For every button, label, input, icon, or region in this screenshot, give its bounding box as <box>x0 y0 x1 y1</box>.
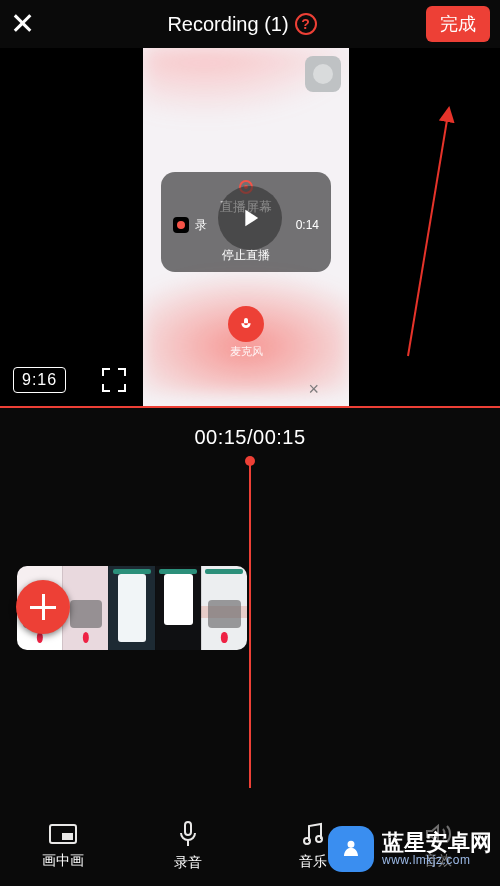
tool-label: 画中画 <box>42 852 84 870</box>
tool-label: 音乐 <box>299 853 327 871</box>
preview-area: 直播屏幕 录 0:14 停止直播 麦克风 × 9:16 <box>0 48 500 406</box>
clip-thumbnail[interactable] <box>108 566 154 650</box>
mic-label: 麦克风 <box>143 344 349 359</box>
play-button[interactable] <box>218 186 282 250</box>
svg-point-5 <box>304 838 310 844</box>
tool-music[interactable]: 音乐 <box>250 806 375 886</box>
timeline[interactable] <box>0 458 500 788</box>
svg-point-6 <box>316 836 322 842</box>
tool-pip[interactable]: 画中画 <box>0 806 125 886</box>
clip-thumbnail[interactable] <box>155 566 201 650</box>
sound-icon <box>424 822 452 846</box>
clip-thumbnail[interactable] <box>201 566 247 650</box>
recording-duration: 0:14 <box>296 218 319 232</box>
time-display: 00:15/00:15 <box>0 426 500 449</box>
close-button[interactable]: ✕ <box>10 0 58 48</box>
tool-record-audio[interactable]: 录音 <box>125 806 250 886</box>
pip-icon <box>48 822 78 846</box>
mic-icon <box>228 306 264 342</box>
recorder-app-icon <box>173 217 189 233</box>
aspect-ratio-button[interactable]: 9:16 <box>13 367 66 393</box>
bottom-toolbar: 画中画 录音 音乐 音效 <box>0 806 500 886</box>
content-close-icon: × <box>308 379 319 400</box>
tool-sound-effects[interactable]: 音效 <box>375 806 500 886</box>
corner-widget-icon <box>305 56 341 92</box>
svg-rect-2 <box>62 833 73 840</box>
playhead[interactable] <box>249 458 251 788</box>
recorder-app-name: 录 <box>195 217 207 234</box>
tool-label: 音效 <box>424 852 452 870</box>
add-clip-button[interactable] <box>16 580 70 634</box>
timeline-divider <box>0 406 500 408</box>
music-note-icon <box>300 821 326 847</box>
done-button[interactable]: 完成 <box>426 6 490 42</box>
page-title: Recording (1) <box>167 13 288 36</box>
svg-line-0 <box>408 114 448 356</box>
microphone-icon <box>176 820 200 848</box>
fit-view-button[interactable] <box>102 368 126 392</box>
help-icon[interactable]: ? <box>295 13 317 35</box>
annotation-arrow-icon <box>400 106 460 366</box>
tool-label: 录音 <box>174 854 202 872</box>
svg-rect-3 <box>185 822 191 835</box>
